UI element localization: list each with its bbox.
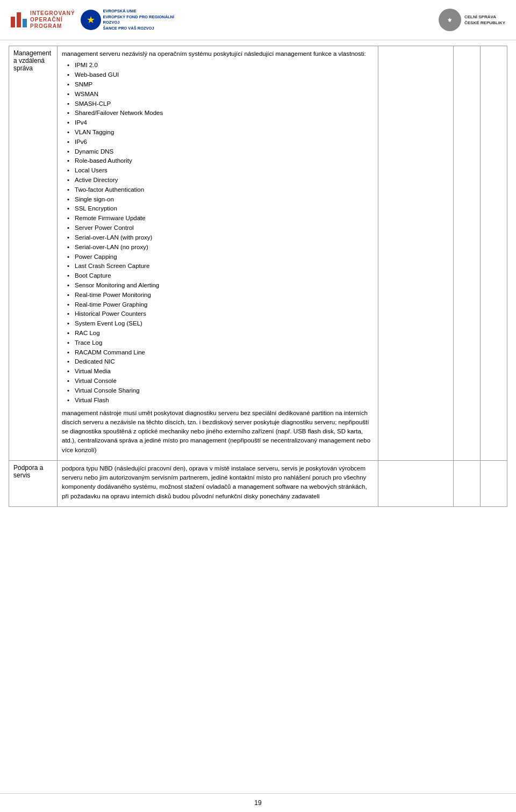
list-item: Virtual Console Sharing [67, 386, 374, 396]
management-bullet-list: IPMI 2.0 Web-based GUI SNMP WSMAN SMASH-… [62, 61, 374, 405]
management-content: management serveru nezávislý na operační… [58, 46, 378, 461]
header-right: ⚜ CELNÍ SPRÁVA ČESKÉ REPUBLIKY [439, 9, 505, 31]
list-item: Sensor Monitoring and Alerting [67, 281, 374, 291]
management-label: Managementa vzdálenáspráva [9, 46, 58, 461]
header-left: INTEGROVANÝ OPERAČNÍ PROGRAM ★ EVROPSKÁ … [11, 9, 189, 31]
logo-bars-icon [11, 12, 27, 27]
management-col-empty2 [454, 46, 481, 461]
celni-line2: ČESKÉ REPUBLIKY [464, 20, 505, 25]
management-col-empty1 [378, 46, 454, 461]
podpora-label: Podpora aservis [9, 460, 58, 506]
eu-text: EVROPSKÁ UNIE EVROPSKÝ FOND PRO REGIONÁL… [103, 9, 189, 31]
list-item: Remote Firmware Update [67, 214, 374, 223]
page-wrapper: INTEGROVANÝ OPERAČNÍ PROGRAM ★ EVROPSKÁ … [0, 0, 516, 812]
list-item: SNMP [67, 80, 374, 90]
list-item: System Event Log (SEL) [67, 319, 374, 329]
list-item: RACADM Command Line [67, 348, 374, 358]
list-item: Dynamic DNS [67, 147, 374, 157]
list-item: Virtual Flash [67, 396, 374, 405]
list-item: Role-based Authority [67, 156, 374, 166]
list-item: Two-factor Authentication [67, 185, 374, 195]
podpora-col-empty2 [454, 460, 481, 506]
table-row-podpora: Podpora aservis podpora typu NBD (násled… [9, 460, 507, 506]
list-item: Power Capping [67, 252, 374, 262]
management-outro: management nástroje musí umět poskytovat… [62, 409, 374, 455]
celni-emblem-icon: ⚜ [439, 9, 461, 31]
list-item: IPv6 [67, 137, 374, 147]
list-item: Active Directory [67, 176, 374, 185]
podpora-text: podpora typu NBD (následující pracovní d… [62, 464, 374, 501]
celni-text: CELNÍ SPRÁVA ČESKÉ REPUBLIKY [464, 14, 505, 26]
list-item: Historical Power Counters [67, 309, 374, 319]
logo-line1: INTEGROVANÝ [30, 10, 75, 17]
page-footer: 19 [0, 793, 516, 812]
list-item: Virtual Console [67, 376, 374, 386]
list-item: VLAN Tagging [67, 128, 374, 137]
list-item: Trace Log [67, 338, 374, 348]
logo-line3: PROGRAM [30, 23, 75, 30]
eu-circle-icon: ★ [81, 10, 101, 30]
list-item: Dedicated NIC [67, 357, 374, 367]
list-item: Local Users [67, 166, 374, 176]
list-item: Real-time Power Monitoring [67, 291, 374, 300]
list-item: Shared/Failover Network Modes [67, 108, 374, 118]
list-item: WSMAN [67, 90, 374, 99]
eu-logo: ★ EVROPSKÁ UNIE EVROPSKÝ FOND PRO REGION… [81, 9, 189, 31]
management-col-empty3 [481, 46, 507, 461]
integrovaný-text: INTEGROVANÝ OPERAČNÍ PROGRAM [30, 10, 75, 30]
podpora-content: podpora typu NBD (následující pracovní d… [58, 460, 378, 506]
page-number: 19 [254, 799, 261, 807]
celni-line1: CELNÍ SPRÁVA [464, 15, 496, 19]
list-item: Serial-over-LAN (no proxy) [67, 243, 374, 252]
list-item: Last Crash Screen Capture [67, 262, 374, 271]
page-header: INTEGROVANÝ OPERAČNÍ PROGRAM ★ EVROPSKÁ … [0, 0, 516, 40]
main-content: Managementa vzdálenáspráva management se… [0, 40, 516, 793]
integrovaný-logo: INTEGROVANÝ OPERAČNÍ PROGRAM [11, 10, 75, 30]
list-item: SSL Encryption [67, 204, 374, 214]
celni-logo: ⚜ CELNÍ SPRÁVA ČESKÉ REPUBLIKY [439, 9, 505, 31]
list-item: SMASH-CLP [67, 99, 374, 109]
table-row-management: Managementa vzdálenáspráva management se… [9, 46, 507, 461]
logo-line2: OPERAČNÍ [30, 17, 75, 23]
management-intro: management serveru nezávislý na operační… [62, 49, 374, 59]
list-item: Virtual Media [67, 367, 374, 376]
list-item: IPv4 [67, 118, 374, 128]
list-item: Single sign-on [67, 195, 374, 205]
list-item: Boot Capture [67, 271, 374, 281]
podpora-col-empty3 [481, 460, 507, 506]
list-item: Web-based GUI [67, 70, 374, 80]
list-item: IPMI 2.0 [67, 61, 374, 70]
list-item: RAC Log [67, 329, 374, 338]
list-item: Server Power Control [67, 223, 374, 233]
list-item: Serial-over-LAN (with proxy) [67, 233, 374, 243]
podpora-col-empty1 [378, 460, 454, 506]
main-table: Managementa vzdálenáspráva management se… [9, 46, 507, 507]
list-item: Real-time Power Graphing [67, 300, 374, 310]
